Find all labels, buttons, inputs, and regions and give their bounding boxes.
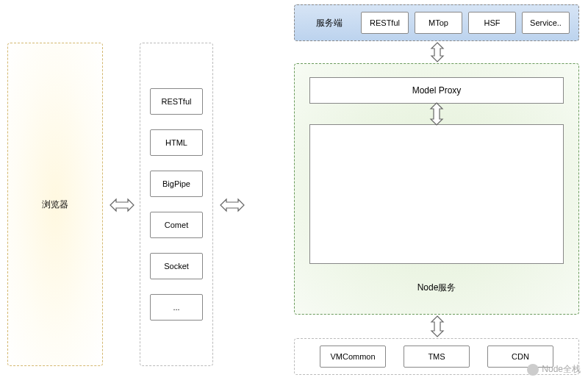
node-content-box [309,124,564,264]
bidirectional-arrow-icon [219,196,245,215]
bottom-service-item: TMS [404,346,470,368]
server-item: HSF [468,12,516,34]
bidirectional-arrow-vertical-icon [428,41,447,63]
protocol-label: BigPipe [162,179,190,188]
protocol-label: RESTful [162,97,192,106]
server-label: 服务端 [304,17,355,29]
server-item-label: HSF [484,18,501,27]
bidirectional-arrow-vertical-icon [427,101,446,126]
model-proxy-box: Model Proxy [309,77,564,104]
protocol-item: HTML [150,129,203,156]
server-container: 服务端 RESTful MTop HSF Service.. [294,4,579,41]
protocol-item: Comet [150,212,203,238]
bidirectional-arrow-vertical-icon [428,315,447,338]
node-service-container: Model Proxy Node服务 [294,63,579,315]
protocol-item: ... [150,294,203,321]
model-proxy-label: Model Proxy [412,85,462,96]
watermark: Node全栈 [527,363,581,376]
bottom-service-label: TMS [428,352,445,361]
protocol-item: BigPipe [150,171,203,197]
browser-container: 浏览器 [7,43,103,366]
watermark-icon [527,364,539,376]
bottom-service-item: VMCommon [320,346,386,368]
server-item: Service.. [522,12,570,34]
protocol-label: Socket [164,262,189,271]
node-service-label: Node服务 [417,282,456,294]
bottom-service-label: VMCommon [330,352,375,361]
browser-label: 浏览器 [42,198,68,211]
protocol-label: HTML [165,138,187,147]
watermark-label: Node全栈 [542,363,581,376]
protocol-item: RESTful [150,88,203,115]
bidirectional-arrow-icon [109,196,135,215]
bottom-service-label: CDN [512,352,529,361]
server-item: MTop [415,12,462,34]
server-item: RESTful [361,12,409,34]
server-item-label: RESTful [370,18,400,27]
server-item-label: Service.. [530,18,562,27]
protocol-label: Comet [165,221,188,229]
protocol-label: ... [173,303,179,312]
server-item-label: MTop [429,18,448,27]
protocol-stack-container: RESTful HTML BigPipe Comet Socket ... [140,43,213,366]
protocol-item: Socket [150,253,203,279]
